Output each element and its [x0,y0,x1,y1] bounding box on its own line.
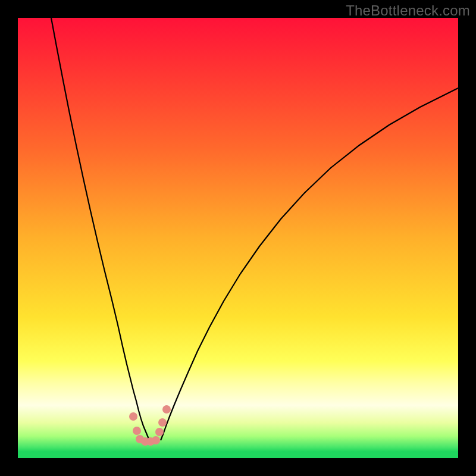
chart-frame: TheBottleneck.com [0,0,476,476]
valley-markers [129,405,171,446]
valley-marker [129,412,137,421]
valley-marker [133,427,141,435]
valley-marker [155,428,164,436]
chart-svg [18,18,458,458]
valley-marker [162,405,171,414]
valley-marker [158,418,167,427]
valley-marker [152,436,160,444]
left-curve [51,18,149,440]
watermark-text: TheBottleneck.com [346,2,470,19]
plot-area [18,18,458,458]
right-curve [161,88,458,440]
